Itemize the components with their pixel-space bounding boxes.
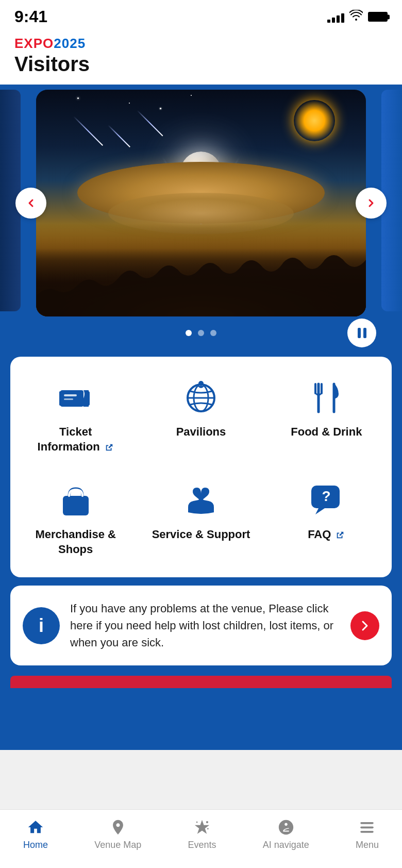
svg-rect-23 [361,827,374,829]
pause-icon [358,328,366,338]
menu-nav-icon-wrap [358,818,376,837]
status-time: 9:41 [14,7,47,26]
carousel-next-button[interactable] [356,188,387,219]
svg-rect-24 [361,831,374,833]
dot-2[interactable] [198,330,204,336]
info-icon-text: i [39,615,44,637]
star1 [77,97,79,99]
home-nav-label: Home [23,840,48,850]
venue-map-icon [109,819,127,836]
expo-logo: EXPO 2025 [14,36,388,52]
service-item-service-support[interactable]: Service & Support [141,475,261,562]
carousel-wrapper [0,85,402,322]
nav-item-venue-map[interactable]: Venue Map [86,816,149,853]
expo-text: EXPO [14,36,54,52]
service-item-food-drink[interactable]: Food & Drink [266,372,387,459]
external-link-icon-faq [336,530,345,540]
star4 [160,108,161,109]
info-icon-circle: i [23,607,60,644]
svg-text:?: ? [322,488,331,504]
external-link-icon-ticket [105,443,114,452]
svg-point-9 [198,381,204,386]
service-item-faq[interactable]: ? FAQ [266,475,387,562]
events-nav-label: Events [188,840,216,850]
svg-point-20 [196,822,198,823]
expo-visual [36,90,366,316]
header: EXPO 2025 Visitors [0,30,402,85]
faq-icon-wrap: ? [306,480,347,521]
ai-navigate-nav-icon-wrap [277,818,295,837]
info-text: If you have any problems at the venue, P… [70,600,340,651]
svg-rect-4 [64,394,77,396]
crowd-svg [36,224,366,316]
chevron-left-icon [25,197,37,209]
svg-rect-15 [63,496,89,515]
year-text: 2025 [54,36,86,52]
food-drink-icon-wrap [306,377,347,419]
status-icons [327,10,388,24]
ticket-info-label: TicketInformation [38,425,114,454]
visitors-title: Visitors [14,53,388,75]
svg-rect-2 [59,391,62,406]
firework2 [294,100,335,141]
ticket-icon [58,380,94,416]
menu-nav-label: Menu [356,840,379,850]
ai-navigate-icon [277,819,295,836]
svg-rect-3 [85,391,90,406]
carousel-controls [0,330,402,336]
faq-label: FAQ [308,527,345,542]
faq-icon: ? [308,482,344,519]
shopping-bag-icon [58,482,94,519]
info-card[interactable]: i If you have any problems at the venue,… [10,586,392,665]
carousel-image [36,90,366,316]
ticket-icon-wrap [55,377,96,419]
service-item-ticket-info[interactable]: TicketInformation [15,372,136,459]
merchandise-icon-wrap [55,480,96,521]
wifi-icon [349,10,363,24]
home-nav-icon-wrap [26,818,45,837]
merchandise-label: Merchandise &Shops [35,527,116,557]
star3 [191,95,192,96]
service-support-icon-wrap [180,480,222,521]
carousel-dots [186,330,216,336]
carousel-section [0,85,402,346]
carousel-prev-button[interactable] [15,188,46,219]
dot-1[interactable] [186,330,192,336]
home-icon [27,819,44,836]
nav-item-ai-navigate[interactable]: AI navigate [255,816,317,853]
menu-icon [358,819,376,836]
main-content: TicketInformation [0,85,402,750]
svg-point-19 [206,821,208,823]
service-support-icon [183,482,219,519]
pavilions-label: Pavilions [176,425,226,440]
services-card: TicketInformation [10,357,392,577]
battery-icon [368,12,388,22]
nav-item-home[interactable]: Home [15,816,56,853]
globe-icon [183,380,219,416]
pause-bar-1 [358,328,361,338]
svg-point-21 [207,828,209,829]
nav-item-menu[interactable]: Menu [347,816,387,853]
chevron-right-icon [365,197,377,209]
ai-navigate-nav-label: AI navigate [263,840,309,850]
star2 [129,103,130,104]
pavilions-icon-wrap [180,377,222,419]
status-bar: 9:41 [0,0,402,30]
info-arrow-button[interactable] [350,611,379,640]
venue-map-nav-icon-wrap [109,818,127,837]
signal-icon [327,11,344,23]
food-drink-icon [308,380,344,416]
pause-button[interactable] [347,319,376,347]
service-support-label: Service & Support [152,527,250,542]
dot-3[interactable] [210,330,216,336]
arrow-right-icon [359,620,371,632]
venue-map-nav-label: Venue Map [94,840,141,850]
events-icon [193,819,211,836]
service-item-merchandise[interactable]: Merchandise &Shops [15,475,136,562]
services-grid: TicketInformation [15,372,387,562]
service-item-pavilions[interactable]: Pavilions [141,372,261,459]
nav-item-events[interactable]: Events [179,816,224,853]
pause-bar-2 [363,328,366,338]
bottom-nav: Home Venue Map Events A [0,809,402,868]
svg-rect-22 [361,822,374,824]
